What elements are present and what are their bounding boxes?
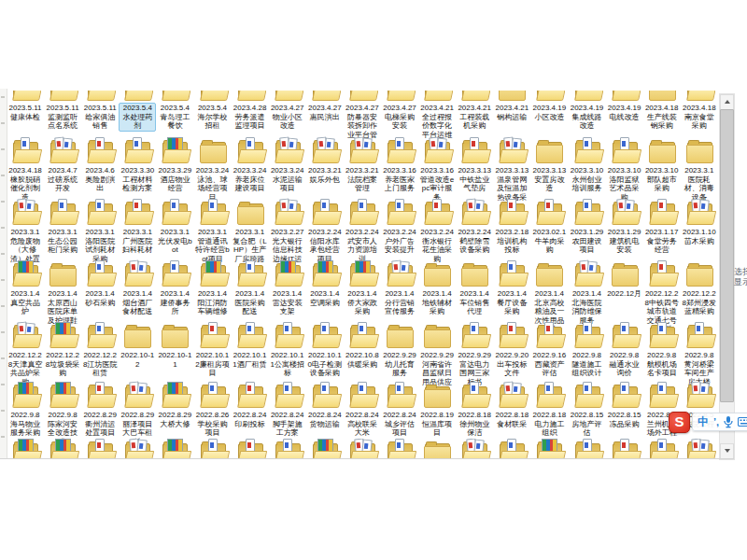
folder-item[interactable]: 2023.4.27惠民演出 <box>306 91 344 122</box>
folder-item[interactable]: 2022.10.10电子检测设备采购 <box>306 322 344 379</box>
folder-item[interactable]: 2022.8.29大桥大修 <box>156 382 193 429</box>
folder-item[interactable]: 2022.9.8海马物业服务采购 <box>7 382 44 439</box>
folder-item[interactable]: 2023.4.19小区改造 <box>530 91 568 122</box>
folder-item[interactable]: 2022.8.24印刷投标 <box>232 382 269 429</box>
folder-item-clipped[interactable] <box>344 439 381 458</box>
folder-item[interactable]: 2023.3.21法院档案管理 <box>344 137 381 194</box>
folder-item[interactable]: 2022.8.18食材联采 <box>493 382 530 429</box>
folder-item[interactable]: 2023.2.24衡水银行花生油采购 <box>418 199 456 264</box>
folder-item[interactable]: 2022.10.8供暖采购 <box>344 322 381 370</box>
folder-item[interactable]: 2023.4.18橡胶脱硝催化剂制造 <box>7 137 44 203</box>
folder-item[interactable]: 2023.4.27电梯采购安装 <box>381 91 418 132</box>
folder-item[interactable]: 2022.9.16西藏资产评估 <box>530 322 568 379</box>
folder-item[interactable]: 2023.1.4建侨事务所 <box>156 260 193 317</box>
punctuation-button[interactable]: ’, <box>713 415 719 428</box>
folder-item[interactable]: 2023.1.4餐厅设备采购 <box>493 260 530 317</box>
folder-item[interactable]: 2023.3.1管道通讯特许经营bot项目 <box>194 199 232 264</box>
folder-item[interactable]: 2023.4.21工程装载机采购 <box>456 91 493 132</box>
folder-item[interactable]: 2023.3.1危险废物（大修渣）处置 <box>7 199 44 264</box>
folder-item[interactable]: 2022.10-11 <box>156 322 193 370</box>
folder-item[interactable]: 2023.2.24鹤壁除雪设备采购 <box>456 199 493 256</box>
folder-item[interactable]: 2022.8.29衢州清运处置项目 <box>81 382 119 439</box>
folder-item[interactable]: 2023.3.13安置房改造 <box>530 137 568 194</box>
folder-item[interactable]: 2022.9.8黄河桥梁车间生产房大楼 <box>681 322 718 387</box>
folder-item[interactable]: 2023.5.4青岛理工餐饮 <box>156 91 193 132</box>
folder-item[interactable]: 2023.3.10永州创业培训服务 <box>569 137 606 194</box>
folder-item[interactable]: 2023.1.4真空共晶炉 <box>7 260 44 317</box>
folder-item[interactable]: 2022.8.24货物运输 <box>306 382 344 429</box>
scroll-down-button[interactable] <box>720 443 734 459</box>
folder-item[interactable]: 2022.9.8隧道施工组织设计 <box>569 322 606 379</box>
folder-item[interactable]: 2023.1.4侨大家政采购 <box>344 260 381 317</box>
folder-item[interactable]: 2022.8.24脚手架施工方案 <box>269 382 306 439</box>
folder-item[interactable]: 2023.3.1光伏发电bot <box>156 199 193 256</box>
folder-item-clipped[interactable] <box>530 439 568 458</box>
folder-item[interactable]: 2022.12.28天津真空共晶炉采购 <box>7 322 44 387</box>
folder-item-clipped[interactable] <box>306 439 344 458</box>
folder-item[interactable]: 2023.4.18生产线装钢采购 <box>643 91 681 132</box>
folder-item[interactable]: 2022.8.24高校联采大米 <box>344 382 381 439</box>
microphone-icon[interactable] <box>724 416 733 428</box>
folder-item[interactable]: 2022.8.15冻品采购 <box>606 382 643 429</box>
folder-item[interactable]: 2023.3.21娱乐外包 <box>306 137 344 185</box>
folder-item[interactable]: 2022.8.26学校采购项目 <box>194 382 232 439</box>
folder-item[interactable]: 2022.8.19恒温库项目 <box>418 382 456 439</box>
folder-item[interactable]: 2023.1.4阳江消防车辆维修 <box>194 260 232 317</box>
folder-item[interactable]: 2022.8.18徐州物业保洁 <box>456 382 493 439</box>
folder-item[interactable]: 2023.3.16养老医家上门服务 <box>381 137 418 194</box>
folder-item[interactable]: 2023.1.4烟台酒厂食材配送 <box>119 260 156 317</box>
folder-item[interactable]: 2022.9.8融通水业询价 <box>606 322 643 379</box>
folder-item[interactable]: 2023.4.6奥险剧演出 <box>81 137 119 194</box>
folder-item[interactable]: 2023.4.7过磅系统开发 <box>44 137 81 194</box>
folder-item[interactable]: 2022.12月 <box>606 260 643 300</box>
folder-item[interactable]: 2023.1.4北海医院消防维保服务 <box>569 260 606 326</box>
folder-item[interactable]: 2022.8.15房地产评估 <box>569 382 606 439</box>
folder-item-clipped[interactable] <box>119 439 156 458</box>
folder-item[interactable]: 2023.4.21全过程报价数字化平台运维 <box>418 91 456 140</box>
folder-item[interactable]: 2023.1.4地铁辅材采购 <box>418 260 456 317</box>
folder-item-clipped[interactable] <box>569 439 606 458</box>
folder-item[interactable]: 2023.4.19电线改造 <box>606 91 643 122</box>
folder-item[interactable]: 2023.5.11给家俱油销售 <box>81 91 119 132</box>
folder-item[interactable]: 2023.3.16管道改造epc审计服务 <box>418 137 456 203</box>
folder-item[interactable]: 2023.5.4海尔学校招租 <box>194 91 232 132</box>
folder-item[interactable]: 2023.3.10部队超市采购 <box>643 137 681 194</box>
folder-item-clipped[interactable] <box>194 439 232 458</box>
folder-item[interactable]: 2023.3.1洛阳医院试剂耗材采购 <box>81 199 119 264</box>
folder-item[interactable]: 2022.10-12 <box>119 322 156 370</box>
folder-item[interactable]: 2023.3.10洛阳监狱艺术品采购 <box>606 137 643 203</box>
folder-item[interactable]: 2023.5.11健康体检 <box>7 91 44 122</box>
folder-item[interactable]: 2023.3.1生态公园柜门采购 <box>44 199 81 256</box>
folder-item[interactable]: 2023.3.1广州医院妇科耗材 <box>119 199 156 256</box>
folder-item[interactable]: 2023.1.17食堂劳务经营 <box>643 199 681 256</box>
sogou-logo-icon[interactable]: S <box>669 412 690 433</box>
folder-item-clipped[interactable] <box>493 439 530 458</box>
folder-item[interactable]: 2023.2.24武安市人力资源培训 <box>344 199 381 264</box>
folder-item[interactable]: 2023.3.13中铁盐业气垫房 <box>456 137 493 194</box>
folder-item[interactable]: 2022.8.18电力施工组织 <box>530 382 568 439</box>
folder-item-clipped[interactable] <box>156 439 193 458</box>
folder-item[interactable]: 2022.8.29丽泽项目大巴车租赁 <box>119 382 156 447</box>
folder-item[interactable]: 2023.1.4空调采购 <box>306 260 344 308</box>
folder-item-clipped[interactable] <box>7 439 44 458</box>
folder-item[interactable]: 2023.3.29酒店物业经营 <box>156 137 193 194</box>
folder-item[interactable]: 2022.12.28江坊医院租赁 <box>81 322 119 379</box>
folder-item[interactable]: 2023.2.18培训机构投标 <box>493 199 530 256</box>
folder-item[interactable]: 2023.2.24信阳水库承包经营项目 <box>306 199 344 264</box>
folder-item[interactable]: 2023.1.4雷达安装支架 <box>269 260 306 317</box>
folder-item[interactable]: 2023.4.18南京食堂采购 <box>681 91 718 132</box>
folder-item[interactable]: 2022.10.11公寓楼招标 <box>269 322 306 379</box>
folder-item[interactable]: 2023.3.1医院耗材、消毒设备 <box>681 137 718 203</box>
folder-item[interactable]: 2023.4.28劳务派遣监理项目 <box>232 91 269 132</box>
folder-item[interactable]: 2023.1.29农田建设项目 <box>569 199 606 256</box>
folder-item[interactable]: 2023.1.4车位销售代理 <box>456 260 493 317</box>
folder-item[interactable]: 2023.1.4医院采购配送 <box>232 260 269 317</box>
chinese-mode-button[interactable]: 中 <box>698 414 709 429</box>
folder-item-clipped[interactable] <box>643 439 681 458</box>
folder-item[interactable]: 2023.4.27物业小区改造 <box>269 91 306 132</box>
folder-item[interactable]: 2023.1.4分行营销宣传服务 <box>381 260 418 317</box>
folder-item[interactable]: 2022.12.28郑州浸发蓝精采购 <box>681 260 718 317</box>
folder-item[interactable]: 2023.3.24泳池、球场经营项目 <box>194 137 232 203</box>
folder-item[interactable]: 2022.9.29富达电力国网三家标书 <box>456 322 493 387</box>
folder-item[interactable]: 2022.9.29幼儿托育服务 <box>381 322 418 379</box>
